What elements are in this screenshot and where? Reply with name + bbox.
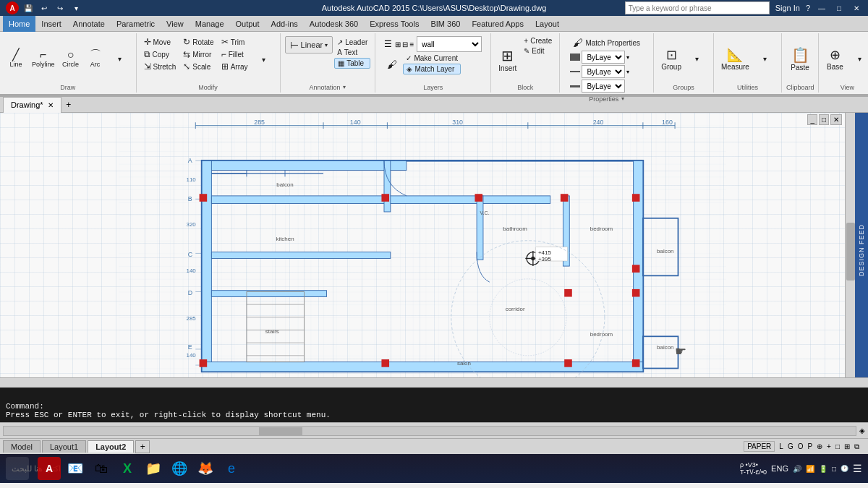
menu-output[interactable]: Output xyxy=(230,16,265,32)
anno-scale[interactable]: ⧉ xyxy=(854,442,859,451)
menu-autodesk360[interactable]: Autodesk 360 xyxy=(304,16,364,32)
view-control-maximize[interactable]: □ xyxy=(819,114,829,125)
linear-btn[interactable]: ⊢ Linear ▾ xyxy=(285,36,333,53)
stretch-btn[interactable]: ⇲ Stretch xyxy=(141,61,179,72)
folder-btn[interactable]: 📁 xyxy=(142,457,165,480)
insert-btn[interactable]: ⊞ Insert xyxy=(495,36,519,82)
menu-insert[interactable]: Insert xyxy=(35,16,67,32)
edit-btn[interactable]: ✎ Edit xyxy=(521,46,555,56)
tab-layout1[interactable]: Layout1 xyxy=(42,440,86,453)
tab-layout2[interactable]: Layout2 xyxy=(88,440,134,453)
autocad-logo[interactable]: A xyxy=(6,1,19,14)
menu-addins[interactable]: Add-ins xyxy=(265,16,304,32)
line-btn[interactable]: ╱ Line xyxy=(4,35,27,82)
help-btn[interactable]: ? xyxy=(806,4,810,12)
search-input[interactable] xyxy=(625,1,770,14)
wifi-icon[interactable]: 📶 xyxy=(806,465,814,473)
quick-undo[interactable]: ↩ xyxy=(38,1,51,14)
new-tab-btn[interactable]: + xyxy=(61,98,76,112)
make-current-btn[interactable]: ✓ Make Current xyxy=(403,53,461,63)
search-btn[interactable] xyxy=(6,457,29,480)
circle-btn[interactable]: ○ Circle xyxy=(59,35,82,82)
edge-btn[interactable]: e xyxy=(220,457,243,480)
drawing-tab-close[interactable]: ✕ xyxy=(48,101,54,109)
horizontal-scroll-track[interactable] xyxy=(3,426,856,436)
text-btn[interactable]: A Text xyxy=(334,48,370,57)
view-control-close[interactable]: ✕ xyxy=(830,114,842,125)
store-btn[interactable]: 🛍 xyxy=(90,457,113,480)
tab-model[interactable]: Model xyxy=(3,440,41,453)
snap-toggle[interactable]: G xyxy=(788,442,793,450)
command-input[interactable] xyxy=(48,402,193,411)
notification-icon[interactable]: ☰ xyxy=(853,463,862,474)
menu-featuredapps[interactable]: Featured Apps xyxy=(466,16,529,32)
mail-btn[interactable]: 📧 xyxy=(64,457,87,480)
mirror-btn[interactable]: ⇆ Mirror xyxy=(180,48,216,60)
sound-icon[interactable]: 🔊 xyxy=(793,465,801,473)
horizontal-scroll-thumb[interactable] xyxy=(259,427,302,436)
trim-btn[interactable]: ✂ Trim xyxy=(218,36,251,48)
language-indicator[interactable]: ENG xyxy=(771,464,788,473)
color-dropdown-icon[interactable]: ▾ xyxy=(626,54,629,61)
menu-layout[interactable]: Layout xyxy=(529,16,565,32)
menu-view[interactable]: View xyxy=(161,16,190,32)
chrome-btn[interactable]: 🌐 xyxy=(168,457,191,480)
match-layer-btn[interactable]: ◈ Match Layer xyxy=(403,64,461,74)
view-more-btn[interactable]: ▾ xyxy=(848,35,868,82)
leader-btn[interactable]: ↗ Leader xyxy=(334,38,370,47)
menu-home[interactable]: Home xyxy=(3,16,35,32)
modify-more-btn[interactable]: ▾ xyxy=(252,36,276,82)
utilities-more-btn[interactable]: ▾ xyxy=(754,35,777,82)
ortho-toggle[interactable]: O xyxy=(798,442,804,450)
firefox-btn[interactable]: 🦊 xyxy=(194,457,217,480)
annotation-expand-icon[interactable]: ▾ xyxy=(343,84,346,90)
view-control-minimize[interactable]: _ xyxy=(807,114,817,125)
measure-btn[interactable]: 📐 Measure xyxy=(718,35,752,82)
base-btn[interactable]: ⊕ Base xyxy=(823,35,846,82)
polar-toggle[interactable]: P xyxy=(807,442,812,450)
close-btn[interactable]: ✕ xyxy=(851,3,862,13)
grid-toggle[interactable]: L xyxy=(779,442,783,450)
properties-expand-icon[interactable]: ▾ xyxy=(621,95,624,102)
match-props-btn[interactable]: 🖌 Match Properties xyxy=(570,36,643,49)
minimize-btn[interactable]: — xyxy=(816,3,827,13)
color-select[interactable]: ByLayer xyxy=(582,51,625,64)
menu-expresstools[interactable]: Express Tools xyxy=(364,16,425,32)
autocad-taskbar-btn[interactable]: A xyxy=(38,457,61,480)
horizontal-scrollbar[interactable] xyxy=(0,377,868,388)
scale-btn[interactable]: ⤡ Scale xyxy=(180,61,216,72)
paste-btn[interactable]: 📋 Paste xyxy=(788,35,812,82)
selection-toggle[interactable]: ⊞ xyxy=(844,442,850,450)
array-btn[interactable]: ⊞ Array xyxy=(218,61,251,72)
polyline-btn[interactable]: ⌐ Polyline xyxy=(29,35,58,82)
design-feed-panel[interactable]: DESIGN FEED xyxy=(855,113,868,388)
menu-parametric[interactable]: Parametric xyxy=(111,16,161,32)
scroll-thumb-vertical[interactable] xyxy=(846,223,855,281)
move-btn[interactable]: ✛ Move xyxy=(141,36,179,48)
groups-more-btn[interactable]: ▾ xyxy=(686,35,709,82)
quick-redo[interactable]: ↪ xyxy=(54,1,67,14)
action-center-icon[interactable]: □ xyxy=(832,465,836,473)
menu-manage[interactable]: Manage xyxy=(190,16,230,32)
quick-save[interactable]: 💾 xyxy=(22,1,35,14)
table-btn[interactable]: ▦ Table xyxy=(334,58,370,69)
linetype-select[interactable]: ByLayer xyxy=(582,65,625,78)
drawing-tab[interactable]: Drawing* ✕ xyxy=(3,97,61,113)
layer-dropdown[interactable]: wall xyxy=(417,36,482,52)
sign-in-btn[interactable]: Sign In xyxy=(775,4,800,12)
draw-more-btn[interactable]: ▾ xyxy=(109,35,132,82)
menu-annotate[interactable]: Annotate xyxy=(67,16,111,32)
lineweight-toggle[interactable]: + xyxy=(827,442,831,450)
excel-btn[interactable]: X xyxy=(116,457,139,480)
rotate-btn[interactable]: ↻ Rotate xyxy=(180,36,216,48)
match-properties-btn[interactable]: 🖌 xyxy=(384,58,400,71)
maximize-btn[interactable]: □ xyxy=(833,3,845,13)
osnap-toggle[interactable]: ⊕ xyxy=(817,442,822,450)
lineweight-select[interactable]: ByLayer xyxy=(582,80,625,93)
linetype-dropdown-icon[interactable]: ▾ xyxy=(626,69,629,75)
group-btn[interactable]: ⊡ Group xyxy=(658,35,684,82)
copy-btn[interactable]: ⧉ Copy xyxy=(141,48,179,60)
menu-bim360[interactable]: BIM 360 xyxy=(425,16,466,32)
drawing-area[interactable]: DESIGN FEED _ □ ✕ 285 140 310 240 xyxy=(0,113,868,388)
paper-status[interactable]: PAPER xyxy=(744,441,775,452)
